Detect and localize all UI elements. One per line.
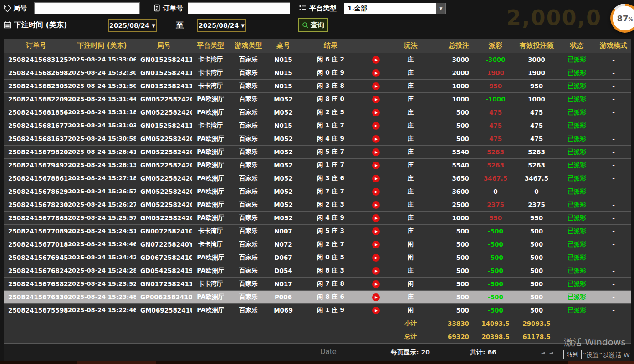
cell-play[interactable]: ▶: [363, 303, 389, 317]
play-result-icon[interactable]: ▶: [372, 135, 380, 143]
table-row[interactable]: 2508241567559892025-08-24 15:22:46GM0692…: [4, 303, 631, 317]
column-header: 游戏模式: [596, 39, 631, 53]
cell-total-bet: 500: [432, 251, 476, 264]
play-result-icon[interactable]: ▶: [372, 201, 380, 209]
order-number-input[interactable]: [188, 2, 290, 14]
play-result-icon[interactable]: ▶: [372, 267, 380, 275]
cell-valid-bet: 3467.5: [516, 172, 557, 185]
cell-game-mode: -: [596, 277, 631, 290]
table-row[interactable]: 2508241567682452025-08-24 15:24:28GD0542…: [4, 264, 631, 277]
cell-valid-bet: 950: [516, 79, 557, 92]
subtotal-row-cell: [68, 317, 136, 330]
date-from-select[interactable]: 2025/08/24 ▼: [108, 19, 157, 32]
play-result-icon[interactable]: ▶: [372, 82, 380, 90]
cell-bet-side: 庄: [389, 145, 432, 158]
play-result-icon[interactable]: ▶: [372, 254, 380, 262]
table-row[interactable]: 2508241567862922025-08-24 15:26:57GM0522…: [4, 185, 631, 198]
table-row[interactable]: 2508241567823082025-08-24 15:26:27GM0522…: [4, 198, 631, 211]
cell-game-type: 百家乐: [229, 132, 268, 145]
play-result-icon[interactable]: ▶: [372, 109, 380, 116]
table-row[interactable]: 2508241568163762025-08-24 15:30:58GM0522…: [4, 132, 631, 145]
table-row[interactable]: 2508241568269802025-08-24 15:32:30GN0152…: [4, 66, 631, 79]
cell-play[interactable]: ▶: [363, 290, 389, 303]
table-row[interactable]: 2508241567786572025-08-24 15:25:57GM0522…: [4, 211, 631, 224]
table-row[interactable]: 2508241567982082025-08-24 15:28:41GM0522…: [4, 145, 631, 158]
cell-play[interactable]: ▶: [363, 145, 389, 158]
cell-total-bet: 500: [432, 119, 476, 132]
cell-game-type: 百家乐: [229, 251, 268, 264]
table-row[interactable]: 2508241568230522025-08-24 15:31:50GN0152…: [4, 79, 631, 92]
cell-order-number: 250824156826980: [4, 66, 68, 79]
table-row[interactable]: 2508241568220982025-08-24 15:31:44GM0522…: [4, 92, 631, 106]
cell-bet-time: 2025-08-24 15:28:13: [68, 158, 136, 172]
cell-play[interactable]: ▶: [363, 185, 389, 198]
platform-type-select[interactable]: 1.全部 ▼: [344, 3, 446, 14]
play-result-icon[interactable]: ▶: [372, 293, 380, 301]
query-button[interactable]: 查询: [298, 18, 328, 32]
cell-play[interactable]: ▶: [363, 53, 389, 66]
table-row[interactable]: 2508241567708992025-08-24 15:24:51GN0072…: [4, 224, 631, 238]
chevron-down-icon[interactable]: ▼: [436, 3, 445, 14]
table-row[interactable]: 2508241567633012025-08-24 15:23:48GP0062…: [4, 290, 631, 303]
table-row[interactable]: 2508241567949202025-08-24 15:28:13GM0522…: [4, 158, 631, 172]
cell-game-type: 百家乐: [229, 290, 268, 303]
cell-play[interactable]: ▶: [363, 264, 389, 277]
table-row[interactable]: 2508241568185612025-08-24 15:31:18GM0522…: [4, 106, 631, 119]
cell-play[interactable]: ▶: [363, 251, 389, 264]
cell-play[interactable]: ▶: [363, 211, 389, 224]
goto-page-button[interactable]: 转到: [563, 350, 582, 359]
cell-play[interactable]: ▶: [363, 224, 389, 238]
table-row[interactable]: 2508241567638292025-08-24 15:23:52GN0172…: [4, 277, 631, 290]
cell-payout: 3467.5: [476, 172, 516, 185]
cell-round-number: GM05225824204: [136, 211, 192, 224]
table-row[interactable]: 2508241567886192025-08-24 15:27:18GM0522…: [4, 172, 631, 185]
play-result-icon[interactable]: ▶: [372, 69, 380, 77]
play-result-icon[interactable]: ▶: [372, 214, 380, 222]
round-number-input[interactable]: [34, 2, 140, 14]
first-page-icon[interactable]: ◄: [541, 350, 545, 356]
chevron-down-icon: ▼: [152, 23, 155, 28]
play-result-icon[interactable]: ▶: [372, 56, 380, 64]
column-header: 有效投注额: [516, 39, 557, 53]
cell-game-type: 百家乐: [229, 264, 268, 277]
cell-play[interactable]: ▶: [363, 119, 389, 132]
cell-play[interactable]: ▶: [363, 198, 389, 211]
play-result-icon[interactable]: ▶: [372, 162, 380, 169]
date-to-select[interactable]: 2025/08/24 ▼: [197, 19, 246, 32]
play-result-icon[interactable]: ▶: [372, 96, 380, 103]
cell-play[interactable]: ▶: [363, 132, 389, 145]
cell-play[interactable]: ▶: [363, 238, 389, 251]
play-result-icon[interactable]: ▶: [372, 175, 380, 182]
cell-game-type: 百家乐: [229, 92, 268, 106]
table-row[interactable]: 2508241568167702025-08-24 15:31:03GN0152…: [4, 119, 631, 132]
cell-play[interactable]: ▶: [363, 66, 389, 79]
cell-table-number: D054: [268, 264, 299, 277]
cell-order-number: 250824156831251: [4, 53, 68, 66]
cell-play[interactable]: ▶: [363, 172, 389, 185]
cell-play[interactable]: ▶: [363, 106, 389, 119]
cell-total-bet: 1000: [432, 92, 476, 106]
play-result-icon[interactable]: ▶: [372, 280, 380, 288]
play-result-icon[interactable]: ▶: [372, 122, 380, 130]
cell-order-number: 250824156778657: [4, 211, 68, 224]
cell-payout: -1000: [476, 92, 516, 106]
play-result-icon[interactable]: ▶: [372, 228, 380, 235]
play-result-icon[interactable]: ▶: [372, 241, 380, 248]
table-row[interactable]: 2508241567694522025-08-24 15:24:42GD0672…: [4, 251, 631, 264]
cell-play[interactable]: ▶: [363, 92, 389, 106]
cell-bet-side: 庄: [389, 119, 432, 132]
cell-play[interactable]: ▶: [363, 277, 389, 290]
play-result-icon[interactable]: ▶: [372, 188, 380, 196]
play-result-icon[interactable]: ▶: [372, 307, 380, 314]
cell-valid-bet: 1900: [516, 66, 557, 79]
cell-play[interactable]: ▶: [363, 79, 389, 92]
prev-page-icon[interactable]: ◄: [549, 350, 553, 356]
cell-play[interactable]: ▶: [363, 158, 389, 172]
table-row[interactable]: 2508241567701802025-08-24 15:24:46GN0722…: [4, 238, 631, 251]
table-row[interactable]: 2508241568312512025-08-24 15:33:06GN0152…: [4, 53, 631, 66]
round-number-label: 局号: [13, 4, 27, 13]
cell-status: 已派彩: [557, 290, 596, 303]
play-result-icon[interactable]: ▶: [372, 148, 380, 156]
cell-order-number: 250824156782308: [4, 198, 68, 211]
to-label: 至: [176, 20, 184, 30]
